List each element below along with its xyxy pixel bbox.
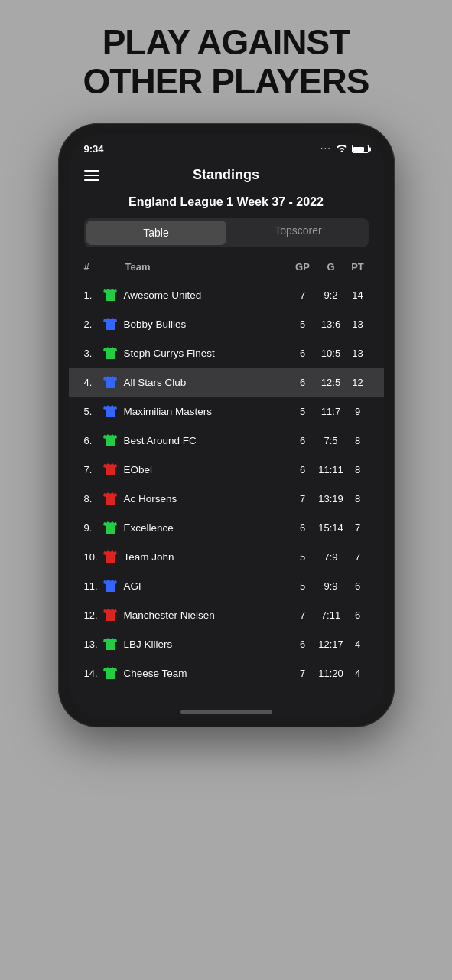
- row-rank: 5.: [84, 406, 102, 417]
- row-g: 7:11: [315, 609, 347, 621]
- row-pt: 9: [347, 406, 369, 417]
- row-pt: 8: [347, 493, 369, 505]
- row-team-info: Steph Currys Finest: [102, 345, 291, 361]
- row-rank: 14.: [84, 668, 102, 679]
- row-rank: 11.: [84, 580, 102, 592]
- table-row: 4. All Stars Club 6 12:5 12: [69, 368, 384, 397]
- league-title: England League 1 Week 37 - 2022: [69, 189, 384, 218]
- team-name: Ac Horsens: [124, 493, 177, 505]
- row-team-info: All Stars Club: [102, 374, 291, 390]
- row-pt: 14: [347, 289, 369, 301]
- row-pt: 7: [347, 551, 369, 563]
- team-name: Awesome United: [124, 289, 202, 301]
- row-team-info: Best Around FC: [102, 433, 291, 448]
- tab-table[interactable]: Table: [86, 220, 226, 245]
- row-team-info: Awesome United: [102, 287, 291, 302]
- table-row: 14. Cheese Team 7 11:20 4: [69, 658, 384, 688]
- tab-bar: Table Topscorer: [84, 218, 369, 247]
- row-rank: 3.: [84, 348, 102, 359]
- row-team-info: Manchester Nielsen: [102, 607, 291, 622]
- team-name: Best Around FC: [124, 435, 197, 446]
- row-rank: 8.: [84, 493, 102, 505]
- row-team-info: Team John: [102, 549, 291, 564]
- row-pt: 12: [347, 377, 369, 388]
- team-name: Cheese Team: [124, 668, 187, 679]
- team-name: Maximilian Masters: [124, 406, 213, 417]
- table-row: 10. Team John 5 7:9 7: [69, 542, 384, 571]
- nav-title: Standings: [193, 167, 259, 183]
- shirt-icon-green: [102, 433, 118, 448]
- status-bar: 9:34 ···: [69, 134, 384, 159]
- table-row: 2. Bobby Bullies 5 13:6 13: [69, 309, 384, 338]
- row-rank: 4.: [84, 377, 102, 388]
- team-name: Bobby Bullies: [124, 318, 187, 330]
- row-team-info: Excellence: [102, 520, 291, 535]
- hamburger-menu[interactable]: [84, 170, 99, 181]
- table-row: 7. EObel 6 11:11 8: [69, 455, 384, 484]
- team-name: LBJ Killers: [124, 639, 173, 650]
- row-g: 11:7: [315, 406, 347, 417]
- row-gp: 5: [291, 551, 315, 563]
- table-row: 8. Ac Horsens 7 13:19 8: [69, 484, 384, 513]
- row-rank: 13.: [84, 639, 102, 650]
- table-header: # Team GP G PT: [69, 256, 384, 277]
- status-time: 9:34: [84, 143, 104, 155]
- shirt-icon-green: [102, 520, 118, 535]
- row-g: 11:20: [315, 668, 347, 679]
- table-row: 3. Steph Currys Finest 6 10:5 13: [69, 338, 384, 368]
- shirt-icon-blue: [102, 316, 118, 332]
- row-g: 15:14: [315, 522, 347, 534]
- shirt-icon-green: [102, 636, 118, 652]
- row-pt: 6: [347, 580, 369, 592]
- row-g: 10:5: [315, 348, 347, 359]
- row-g: 11:11: [315, 464, 347, 475]
- header-line1: PLAY AGAINST: [15, 23, 437, 62]
- table-row: 9. Excellence 6 15:14 7: [69, 513, 384, 542]
- row-gp: 7: [291, 289, 315, 301]
- row-g: 13:19: [315, 493, 347, 505]
- row-gp: 7: [291, 493, 315, 505]
- team-name: Manchester Nielsen: [124, 609, 215, 621]
- row-pt: 8: [347, 464, 369, 475]
- row-g: 13:6: [315, 318, 347, 330]
- shirt-icon-red: [102, 549, 118, 564]
- page-header: PLAY AGAINST OTHER PLAYERS: [0, 0, 452, 116]
- row-gp: 6: [291, 377, 315, 388]
- row-g: 12:5: [315, 377, 347, 388]
- battery-icon: [352, 145, 369, 153]
- row-gp: 6: [291, 435, 315, 446]
- shirt-icon-green: [102, 287, 118, 302]
- row-gp: 5: [291, 318, 315, 330]
- row-g: 7:5: [315, 435, 347, 446]
- shirt-icon-blue: [102, 578, 118, 593]
- row-pt: 4: [347, 668, 369, 679]
- wifi-icon: [336, 143, 348, 155]
- team-name: AGF: [124, 580, 145, 592]
- row-team-info: EObel: [102, 462, 291, 477]
- shirt-icon-blue: [102, 374, 118, 390]
- shirt-icon-green: [102, 665, 118, 681]
- team-name: EObel: [124, 464, 153, 475]
- row-team-info: Cheese Team: [102, 665, 291, 681]
- row-rank: 9.: [84, 522, 102, 534]
- row-pt: 13: [347, 318, 369, 330]
- team-name: All Stars Club: [124, 377, 187, 388]
- row-rank: 10.: [84, 551, 102, 563]
- row-team-info: Ac Horsens: [102, 491, 291, 506]
- row-gp: 7: [291, 609, 315, 621]
- status-dots: ···: [320, 145, 331, 153]
- row-gp: 6: [291, 464, 315, 475]
- phone-frame: 9:34 ···: [58, 123, 395, 727]
- row-pt: 7: [347, 522, 369, 534]
- row-g: 9:9: [315, 580, 347, 592]
- table-row: 6. Best Around FC 6 7:5 8: [69, 426, 384, 455]
- row-pt: 4: [347, 639, 369, 650]
- home-indicator: [180, 710, 272, 714]
- row-g: 12:17: [315, 639, 347, 650]
- shirt-icon-blue: [102, 403, 118, 419]
- table-row: 11. AGF 5 9:9 6: [69, 571, 384, 600]
- row-rank: 6.: [84, 435, 102, 446]
- tab-topscorer[interactable]: Topscorer: [229, 218, 369, 247]
- row-team-info: Bobby Bullies: [102, 316, 291, 332]
- row-g: 7:9: [315, 551, 347, 563]
